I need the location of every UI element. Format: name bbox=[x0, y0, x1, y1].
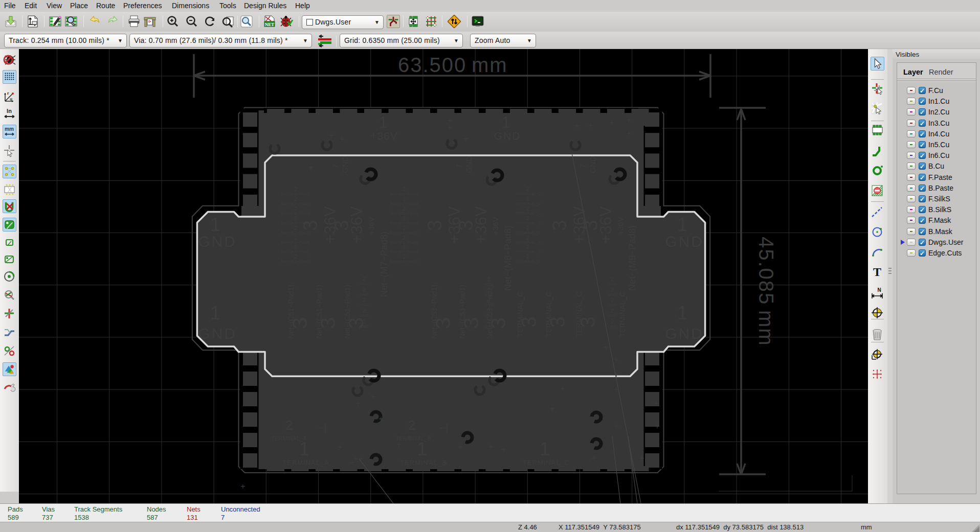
svg-text:3: 3 bbox=[549, 220, 570, 230]
svg-text:TERMINAL_C: TERMINAL_C bbox=[516, 292, 524, 337]
svg-text:TERMINAL_C: TERMINAL_C bbox=[575, 292, 583, 337]
svg-text:+: + bbox=[359, 454, 363, 463]
svg-text:1: 1 bbox=[210, 303, 220, 323]
svg-text:+: + bbox=[639, 454, 644, 462]
svg-text:+36V: +36V bbox=[367, 217, 375, 235]
svg-text:GND: GND bbox=[360, 292, 369, 297]
svg-text:Net−(C51−Pad1): Net−(C51−Pad1) bbox=[343, 285, 351, 339]
svg-text:Net−(M9−Pad8): Net−(M9−Pad8) bbox=[627, 225, 637, 291]
svg-text:+: + bbox=[604, 343, 608, 352]
svg-text:1: 1 bbox=[378, 113, 387, 131]
svg-text:+: + bbox=[654, 399, 658, 408]
svg-text:TERMINAL_C: TERMINAL_C bbox=[545, 292, 553, 337]
svg-text:TERMINAL_C: TERMINAL_C bbox=[523, 459, 570, 467]
svg-text:NET: NET bbox=[265, 22, 275, 27]
svg-text:−|: −| bbox=[318, 422, 327, 433]
svg-text:+36V: +36V bbox=[370, 130, 398, 142]
svg-text:+: + bbox=[407, 432, 411, 441]
svg-text:GND: GND bbox=[360, 303, 369, 307]
svg-text:mm: mm bbox=[5, 126, 14, 132]
svg-text:+: + bbox=[340, 135, 344, 144]
svg-text:T: T bbox=[873, 265, 881, 279]
svg-text:r: r bbox=[7, 91, 9, 96]
svg-text:+: + bbox=[614, 422, 618, 430]
svg-text:GND: GND bbox=[665, 325, 704, 342]
svg-text:GND: GND bbox=[360, 282, 369, 286]
svg-text:Net−(C53−Pad1): Net−(C53−Pad1) bbox=[430, 285, 438, 339]
svg-text:Net−(K3−Pad2): Net−(K3−Pad2) bbox=[281, 259, 310, 264]
svg-text:GND: GND bbox=[341, 156, 349, 173]
svg-text:+: + bbox=[458, 443, 462, 451]
svg-text:GND: GND bbox=[198, 325, 237, 342]
svg-text:45.085: 45.085 bbox=[755, 237, 777, 305]
svg-text:1: 1 bbox=[540, 438, 550, 459]
svg-text:φ: φ bbox=[10, 97, 12, 101]
svg-text:Net−(C51−Pad1): Net−(C51−Pad1) bbox=[315, 285, 323, 339]
svg-text:GND: GND bbox=[608, 292, 617, 297]
svg-text:1: 1 bbox=[677, 303, 687, 323]
svg-text:7: 7 bbox=[578, 164, 587, 168]
svg-text:GND: GND bbox=[608, 303, 617, 307]
svg-text:GND: GND bbox=[608, 282, 617, 286]
svg-text:+: + bbox=[353, 454, 358, 463]
svg-text:+: + bbox=[240, 482, 245, 491]
svg-text:+: + bbox=[463, 134, 468, 143]
svg-text:+: + bbox=[355, 399, 360, 408]
svg-text:GND: GND bbox=[464, 156, 473, 173]
svg-text:+: + bbox=[574, 121, 579, 130]
svg-text:+: + bbox=[614, 370, 618, 379]
svg-text:2: 2 bbox=[408, 418, 415, 433]
svg-text:7: 7 bbox=[331, 164, 340, 168]
svg-text:+: + bbox=[378, 414, 383, 423]
svg-text:TERMINAL_C: TERMINAL_C bbox=[515, 259, 541, 264]
svg-text:GND: GND bbox=[608, 313, 617, 318]
svg-text:+36V: +36V bbox=[616, 217, 625, 235]
svg-text:TERMINAL_C: TERMINAL_C bbox=[618, 292, 627, 337]
svg-text:+: + bbox=[550, 404, 554, 413]
svg-text:+36V: +36V bbox=[472, 206, 490, 244]
svg-text:GND: GND bbox=[198, 233, 237, 250]
svg-text:Net−(C53−Pad1): Net−(C53−Pad1) bbox=[458, 285, 466, 339]
svg-text:+: + bbox=[501, 445, 506, 454]
svg-text:+: + bbox=[371, 392, 375, 401]
svg-text:7: 7 bbox=[455, 164, 463, 168]
svg-text:1: 1 bbox=[299, 438, 309, 459]
svg-text:GND: GND bbox=[494, 130, 521, 142]
svg-text:N: N bbox=[877, 287, 881, 293]
svg-text:GND: GND bbox=[608, 324, 617, 329]
svg-text:2: 2 bbox=[285, 418, 293, 433]
svg-text:+: + bbox=[396, 440, 401, 449]
svg-text:Net−(C53−Pad1): Net−(C53−Pad1) bbox=[485, 285, 494, 339]
svg-text:Net−(M8−Pad8): Net−(M8−Pad8) bbox=[503, 225, 513, 291]
svg-text:+: + bbox=[560, 384, 565, 392]
svg-text:+: + bbox=[609, 118, 614, 127]
svg-text:+: + bbox=[329, 131, 333, 140]
svg-text:−|: −| bbox=[440, 422, 449, 433]
svg-text:1: 1 bbox=[210, 214, 220, 235]
svg-text:1: 1 bbox=[417, 438, 427, 459]
svg-text:TERMINAL_B: TERMINAL_B bbox=[400, 459, 447, 467]
svg-text:+: + bbox=[447, 123, 452, 132]
svg-text:GND: GND bbox=[360, 313, 369, 318]
svg-text:mm: mm bbox=[472, 54, 508, 76]
svg-text:+36V: +36V bbox=[491, 217, 500, 235]
svg-text:+: + bbox=[655, 422, 659, 430]
svg-text:+: + bbox=[308, 163, 313, 172]
svg-text:+: + bbox=[588, 121, 593, 130]
svg-text:+: + bbox=[338, 443, 342, 451]
svg-text:+: + bbox=[614, 385, 618, 394]
svg-text:+: + bbox=[627, 115, 631, 124]
svg-text:Net−(K5−Pad1): Net−(K5−Pad1) bbox=[390, 259, 418, 264]
svg-text:mm: mm bbox=[755, 310, 777, 346]
svg-text:GND: GND bbox=[588, 156, 597, 173]
svg-text:+: + bbox=[488, 443, 493, 451]
svg-text:Net−(M7−Pad8): Net−(M7−Pad8) bbox=[379, 232, 389, 297]
svg-text:1: 1 bbox=[501, 113, 510, 131]
svg-text:TERMINAL_A: TERMINAL_A bbox=[282, 459, 329, 467]
svg-text:GND: GND bbox=[665, 233, 704, 250]
svg-text:1: 1 bbox=[677, 214, 687, 235]
svg-text:+: + bbox=[592, 454, 596, 462]
svg-text:In: In bbox=[7, 108, 12, 114]
svg-text:+: + bbox=[614, 356, 618, 364]
svg-text:63.500: 63.500 bbox=[398, 54, 466, 76]
